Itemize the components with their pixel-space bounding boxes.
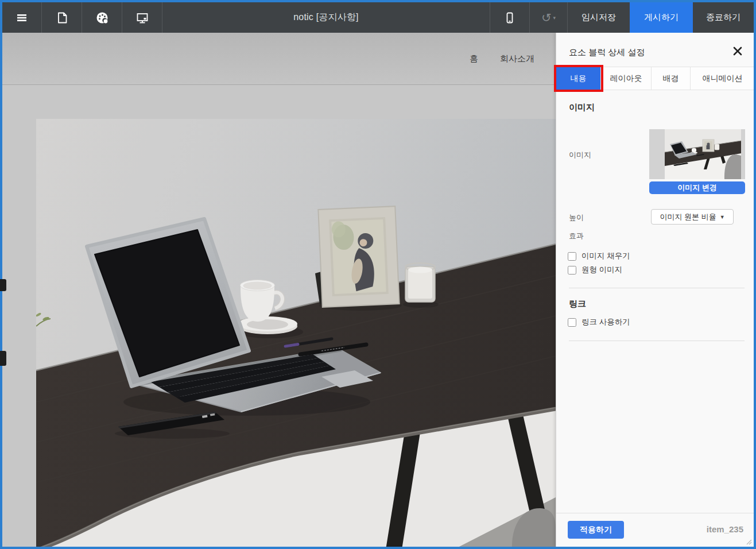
nav-item-about[interactable]: 회사소개 bbox=[500, 53, 534, 64]
height-dropdown-value: 이미지 원본 비율 bbox=[660, 212, 716, 222]
apply-button[interactable]: 적용하기 bbox=[568, 521, 624, 539]
image-row-label: 이미지 bbox=[569, 150, 591, 160]
item-id-label: item_235 bbox=[707, 524, 743, 534]
height-dropdown[interactable]: 이미지 원본 비율 ▼ bbox=[651, 209, 734, 225]
circle-image-checkbox[interactable] bbox=[568, 266, 576, 274]
mobile-preview-button[interactable] bbox=[490, 2, 529, 33]
panel-title: 요소 블럭 상세 설정 bbox=[569, 47, 645, 58]
nav-item-home[interactable]: 홈 bbox=[470, 53, 478, 64]
image-section-title: 이미지 bbox=[569, 102, 595, 113]
monitor-icon bbox=[135, 10, 150, 25]
left-edge-handle bbox=[0, 279, 6, 291]
section-divider bbox=[569, 341, 745, 341]
height-label: 높이 bbox=[569, 212, 584, 223]
resize-handle[interactable] bbox=[745, 538, 752, 545]
image-thumbnail-preview bbox=[649, 129, 745, 179]
exit-button[interactable]: 종료하기 bbox=[693, 2, 754, 33]
palette-icon bbox=[95, 10, 110, 25]
close-icon bbox=[732, 45, 743, 57]
theme-button[interactable] bbox=[82, 2, 122, 33]
circle-image-checkbox-row[interactable]: 원형 이미지 bbox=[568, 265, 622, 275]
tab-background[interactable]: 배경 bbox=[652, 67, 691, 90]
undo-caret-icon: ▾ bbox=[553, 15, 556, 21]
circle-image-checkbox-label[interactable]: 원형 이미지 bbox=[581, 265, 622, 275]
footer-divider bbox=[556, 513, 754, 513]
tab-content[interactable]: 내용 bbox=[556, 67, 601, 90]
page-button[interactable] bbox=[42, 2, 82, 33]
use-link-checkbox-label[interactable]: 링크 사용하기 bbox=[581, 317, 630, 327]
undo-icon: ↺ bbox=[541, 11, 552, 24]
site-nav: 홈 회사소개 bbox=[470, 33, 534, 85]
left-edge-handle bbox=[0, 351, 6, 366]
menu-button[interactable] bbox=[2, 2, 42, 33]
link-section-title: 링크 bbox=[569, 299, 586, 310]
effects-label: 효과 bbox=[569, 231, 584, 241]
publish-button[interactable]: 게시하기 bbox=[630, 2, 693, 33]
temp-save-button[interactable]: 임시저장 bbox=[567, 2, 630, 33]
undo-button[interactable]: ↺ ▾ bbox=[529, 2, 567, 33]
page-icon bbox=[55, 11, 69, 25]
section-divider bbox=[569, 288, 745, 288]
fill-image-checkbox-row[interactable]: 이미지 채우기 bbox=[568, 251, 630, 261]
settings-panel: 요소 블럭 상세 설정 내용 레이아웃 배경 애니메이션 이미지 이미지 bbox=[556, 33, 754, 547]
desktop-preview-button[interactable] bbox=[122, 2, 162, 33]
panel-tabs: 내용 레이아웃 배경 애니메이션 bbox=[556, 67, 754, 90]
mobile-preview-icon bbox=[503, 11, 517, 25]
tab-layout[interactable]: 레이아웃 bbox=[601, 67, 652, 90]
change-image-button[interactable]: 이미지 변경 bbox=[649, 181, 745, 194]
document-title: notic [공지사항] bbox=[162, 2, 490, 33]
hero-image-block[interactable] bbox=[36, 119, 556, 547]
tab-animation[interactable]: 애니메이션 bbox=[691, 67, 754, 90]
use-link-checkbox-row[interactable]: 링크 사용하기 bbox=[568, 317, 630, 327]
menu-icon bbox=[15, 11, 29, 25]
image-thumbnail[interactable] bbox=[649, 129, 745, 179]
dropdown-caret-icon: ▼ bbox=[720, 214, 725, 220]
toolbar: notic [공지사항] ↺ ▾ 임시저장 게시하기 종료하기 bbox=[2, 2, 754, 33]
use-link-checkbox[interactable] bbox=[568, 318, 576, 327]
editor-window: notic [공지사항] ↺ ▾ 임시저장 게시하기 종료하기 Aenean 홈… bbox=[0, 0, 756, 549]
fill-image-checkbox-label[interactable]: 이미지 채우기 bbox=[581, 251, 630, 261]
close-button[interactable] bbox=[732, 45, 743, 57]
fill-image-checkbox[interactable] bbox=[568, 252, 576, 261]
